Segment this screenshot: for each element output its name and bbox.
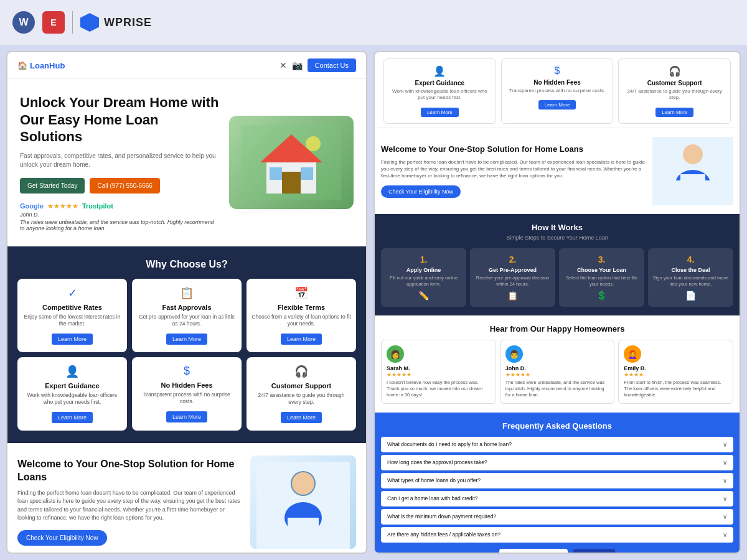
reviewer-name-3: Emily B. [624, 365, 728, 371]
steps-row: 1. Apply Online Fill out our quick and e… [381, 248, 733, 307]
review-quote: The rates were unbeatable, and the servi… [20, 219, 219, 231]
learn-more-btn-2[interactable]: Learn More [166, 334, 207, 345]
reviewer-name: John D. [20, 212, 219, 218]
feature-desc-1: Enjoy some of the lowest interest rates … [22, 314, 122, 327]
faq-buttons: Still More Questions? Contact Us [381, 549, 733, 554]
feature-title-4: Expert Guidance [22, 382, 122, 390]
svg-point-11 [292, 472, 314, 495]
hero-subtitle: Fast approvals, competitive rates, and p… [20, 152, 219, 169]
feature-desc-4: Work with knowledgeable loan officers wh… [22, 392, 122, 406]
site-nav: 🏠 LoanHub ✕ 📷 Contact Us [7, 52, 366, 79]
top-card-desc-2: Transparent process with no surprise cos… [507, 88, 608, 94]
brand-name: WPRISE [104, 16, 152, 29]
step-icon-3: 💲 [563, 291, 641, 301]
check-eligibility-btn-right[interactable]: Check Your Eligibility Now [381, 185, 461, 198]
hero-title: Unlock Your Dream Home with Our Easy Hom… [20, 94, 219, 146]
feature-desc-5: Transparent process with no surprise cos… [137, 391, 237, 405]
faq-item-2[interactable]: How long does the approval process take?… [381, 455, 733, 470]
features-grid: ✓ Competitive Rates Enjoy some of the lo… [17, 279, 356, 431]
person-icon: 👤 [22, 365, 122, 378]
stars-3: ★★★★ [624, 371, 728, 378]
nav-actions: ✕ 📷 Contact Us [280, 58, 356, 72]
right-panel: 👤 Expert Guidance Work with knowledgeabl… [374, 51, 741, 554]
top-card-btn-1[interactable]: Learn More [421, 108, 459, 117]
top-card-desc-3: 24/7 assistance to guide you through eve… [624, 88, 725, 101]
feature-desc-6: 24/7 assistance to guide you through eve… [251, 392, 351, 406]
check-eligibility-btn-left[interactable]: Check Your Eligibility Now [17, 530, 107, 546]
wordpress-logo[interactable]: W [12, 11, 35, 34]
faq-item-5[interactable]: What is the minimum down payment require… [381, 509, 733, 525]
step-title-3: Choose Your Loan [563, 267, 641, 273]
one-stop-section: Welcome to Your One-Stop Solution for Ho… [7, 443, 366, 554]
faq-item-4[interactable]: Can I get a home loan with bad credit? ∨ [381, 491, 733, 506]
top-cards-row: 👤 Expert Guidance Work with knowledgeabl… [375, 52, 740, 124]
trustpilot-logo: Trustpilot [82, 202, 113, 210]
step-number-3: 3. [563, 254, 641, 264]
learn-more-btn-4[interactable]: Learn More [52, 412, 93, 423]
faq-question-5: What is the minimum down payment require… [387, 513, 496, 520]
google-logo: Google [20, 202, 44, 210]
learn-more-btn-1[interactable]: Learn More [52, 334, 93, 345]
one-stop-desc: Finding the perfect home loan doesn't ha… [17, 489, 240, 523]
testimonial-3: 👩‍🦰 Emily B. ★★★★ From start to finish, … [618, 340, 733, 403]
top-card-title-2: No Hidden Fees [507, 79, 608, 86]
svg-point-6 [306, 136, 321, 151]
why-title: Why Choose Us? [17, 259, 356, 270]
top-card-fees: $ No Hidden Fees Transparent process wit… [501, 58, 614, 124]
testimonial-2: 👨 John D. ★★★★★ The rates were unbeatabl… [500, 340, 615, 403]
chevron-down-icon-4: ∨ [723, 495, 727, 502]
faq-item-1[interactable]: What documents do I need to apply for a … [381, 437, 733, 452]
step-desc-1: Fill out our quick and easy online appli… [385, 275, 463, 287]
learn-more-btn-3[interactable]: Learn More [281, 334, 322, 345]
svg-rect-5 [301, 167, 313, 180]
faq-item-3[interactable]: What types of home loans do you offer? ∨ [381, 473, 733, 488]
left-panel: 🏠 LoanHub ✕ 📷 Contact Us Unlock Your Dre… [6, 51, 367, 554]
feature-desc-3: Choose from a variety of loan options to… [251, 314, 351, 327]
elementor-logo[interactable]: E [42, 11, 65, 34]
support-icon: 🎧 [624, 65, 725, 77]
feature-competitive-rates: ✓ Competitive Rates Enjoy some of the lo… [17, 279, 127, 352]
top-card-btn-2[interactable]: Learn More [538, 100, 576, 110]
person-svg [256, 462, 350, 549]
hero-buttons: Get Started Today Call (977) 550-6666 [20, 178, 219, 194]
get-started-button[interactable]: Get Started Today [20, 178, 85, 194]
faq-more-button[interactable]: Still More Questions? [499, 549, 568, 554]
wp-icon: W [19, 17, 28, 28]
faq-contact-button[interactable]: Contact Us [573, 549, 616, 554]
feature-no-hidden-fees: $ No Hidden Fees Transparent process wit… [132, 357, 242, 431]
svg-rect-18 [680, 174, 705, 205]
twitter-icon[interactable]: ✕ [280, 60, 287, 70]
step-icon-2: 📋 [474, 291, 552, 301]
review-text-3: From start to finish, the process was se… [624, 380, 728, 398]
step-number-2: 2. [474, 254, 552, 264]
learn-more-btn-6[interactable]: Learn More [281, 412, 322, 423]
dollar-icon: $ [137, 365, 237, 378]
chevron-down-icon-3: ∨ [723, 477, 727, 484]
site-logo: 🏠 LoanHub [17, 61, 65, 70]
feature-customer-support: 🎧 Customer Support 24/7 assistance to gu… [247, 357, 356, 431]
hero-text: Unlock Your Dream Home with Our Easy Hom… [20, 94, 219, 231]
step-4: 4. Close the Deal Sign your loan documen… [648, 248, 733, 307]
how-works-right-title: How It Works [381, 223, 733, 232]
avatar-3: 👩‍🦰 [624, 345, 641, 363]
step-icon-1: ✏️ [385, 291, 463, 301]
top-card-btn-3[interactable]: Learn More [655, 108, 693, 117]
chevron-down-icon-2: ∨ [723, 459, 727, 466]
instagram-icon[interactable]: 📷 [292, 60, 303, 70]
headset-icon: 🎧 [251, 365, 351, 378]
welcome-right-title: Welcome to Your One-Stop Solution for Ho… [381, 144, 645, 155]
call-button[interactable]: Call (977) 550-6666 [90, 178, 159, 194]
stars: ★★★★★ [47, 202, 78, 210]
welcome-right-section: Welcome to Your One-Stop Solution for Ho… [375, 128, 740, 214]
how-works-right-section: How It Works Simple Steps to Secure Your… [375, 214, 740, 316]
stars-2: ★★★★★ [505, 371, 609, 378]
one-stop-text: Welcome to Your One-Stop Solution for Ho… [17, 458, 240, 546]
hero-reviews: Google ★★★★★ Trustpilot John D. The rate… [20, 202, 219, 231]
svg-rect-4 [270, 167, 282, 180]
faq-question-6: Are there any hidden fees / applicable t… [387, 531, 500, 538]
welcome-right-desc: Finding the perfect home loan doesn't ha… [381, 159, 645, 180]
learn-more-btn-5[interactable]: Learn More [166, 411, 207, 422]
top-card-expert: 👤 Expert Guidance Work with knowledgeabl… [383, 58, 496, 124]
faq-item-6[interactable]: Are there any hidden fees / applicable t… [381, 527, 733, 543]
nav-contact-button[interactable]: Contact Us [308, 58, 356, 72]
